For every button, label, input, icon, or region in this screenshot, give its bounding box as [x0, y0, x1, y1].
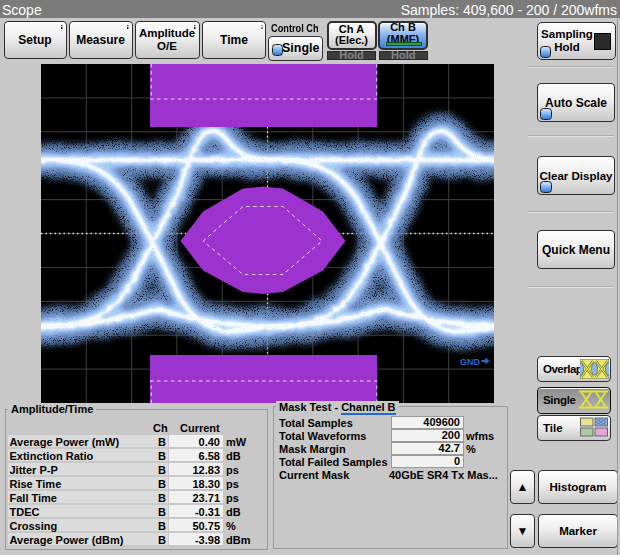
svg-text:GND: GND	[460, 357, 481, 367]
